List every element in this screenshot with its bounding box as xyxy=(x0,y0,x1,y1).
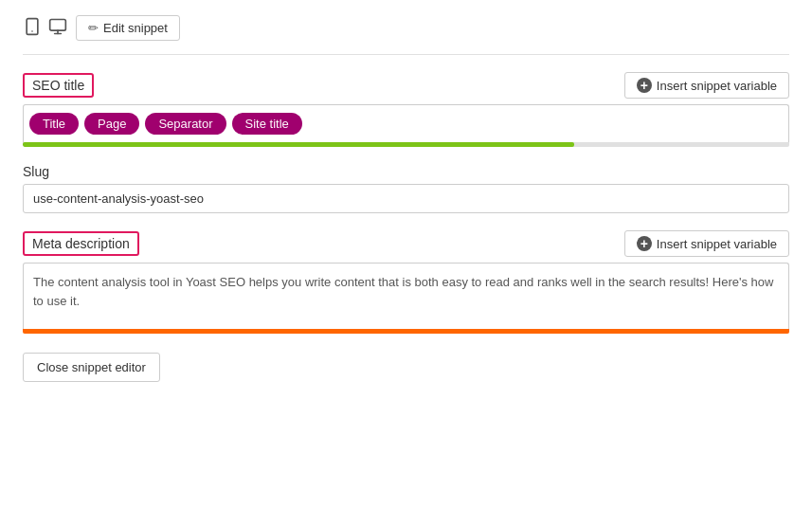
meta-description-progress-bar xyxy=(23,329,789,334)
meta-description-insert-label: Insert snippet variable xyxy=(657,237,777,251)
desktop-icon[interactable] xyxy=(47,17,68,39)
pill-title[interactable]: Title xyxy=(29,113,79,135)
meta-description-header: Meta description + Insert snippet variab… xyxy=(23,230,789,257)
slug-input[interactable] xyxy=(23,184,789,213)
meta-description-insert-variable-button[interactable]: + Insert snippet variable xyxy=(624,230,789,257)
seo-title-insert-label: Insert snippet variable xyxy=(657,79,777,93)
seo-title-insert-variable-button[interactable]: + Insert snippet variable xyxy=(624,72,789,99)
toolbar: ✏ Edit snippet xyxy=(23,15,789,55)
edit-snippet-label: Edit snippet xyxy=(103,21,168,35)
seo-title-progress-bar-container xyxy=(23,142,789,147)
edit-snippet-button[interactable]: ✏ Edit snippet xyxy=(76,15,180,41)
slug-label: Slug xyxy=(23,164,789,179)
pill-separator[interactable]: Separator xyxy=(145,113,226,135)
meta-plus-icon: + xyxy=(637,236,652,251)
meta-description-label: Meta description xyxy=(23,231,139,256)
svg-rect-2 xyxy=(50,20,66,31)
seo-title-progress-bar xyxy=(23,142,574,147)
seo-title-pills-row: Title Page Separator Site title xyxy=(23,104,789,142)
meta-description-text[interactable]: The content analysis tool in Yoast SEO h… xyxy=(23,263,789,329)
plus-icon: + xyxy=(637,78,652,93)
svg-rect-0 xyxy=(27,19,38,35)
close-snippet-editor-button[interactable]: Close snippet editor xyxy=(23,353,160,382)
pencil-icon: ✏ xyxy=(88,21,99,35)
mobile-icon[interactable] xyxy=(23,17,42,39)
pill-page[interactable]: Page xyxy=(84,113,139,135)
pill-site-title[interactable]: Site title xyxy=(232,113,302,135)
device-icons xyxy=(23,17,68,39)
slug-section: Slug xyxy=(23,164,789,213)
seo-title-section: SEO title + Insert snippet variable Titl… xyxy=(23,72,789,147)
seo-title-header: SEO title + Insert snippet variable xyxy=(23,72,789,99)
meta-description-section: Meta description + Insert snippet variab… xyxy=(23,230,789,334)
seo-title-label: SEO title xyxy=(23,73,94,98)
